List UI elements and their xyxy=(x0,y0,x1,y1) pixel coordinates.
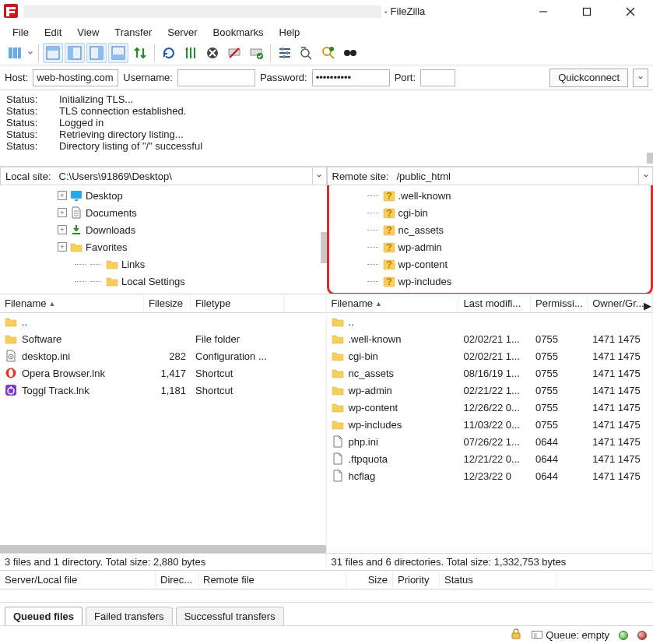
remote-site-input[interactable] xyxy=(393,167,638,185)
reconnect-button[interactable] xyxy=(246,43,266,63)
tab-failed-transfers[interactable]: Failed transfers xyxy=(86,607,173,625)
col-header[interactable]: Server/Local file xyxy=(0,571,156,589)
tree-item[interactable]: +Favorites xyxy=(6,238,324,255)
tree-item[interactable]: +Downloads xyxy=(6,221,324,238)
col-header[interactable]: Remote file xyxy=(198,571,346,589)
svg-rect-23 xyxy=(18,48,21,58)
cancel-button[interactable] xyxy=(202,43,223,63)
svg-rect-31 xyxy=(112,55,125,59)
col-header[interactable]: Last modifi... xyxy=(459,294,532,312)
col-header[interactable]: Size xyxy=(346,571,393,589)
close-button[interactable] xyxy=(613,2,648,21)
username-input[interactable] xyxy=(177,69,255,86)
list-item[interactable]: cgi-bin02/02/21 1...07551471 1475 xyxy=(327,347,653,364)
local-site-input[interactable] xyxy=(56,167,312,185)
tree-item[interactable]: Local Settings xyxy=(6,273,324,290)
remote-file-list[interactable]: Filename▲Last modifi...Permissi...Owner/… xyxy=(327,294,654,570)
list-item[interactable]: hcflag12/23/22 006441471 1475 xyxy=(327,467,653,484)
sync-browsing-button[interactable] xyxy=(130,43,150,63)
host-input[interactable] xyxy=(33,69,118,86)
password-input[interactable] xyxy=(312,69,390,86)
process-queue-button[interactable] xyxy=(181,43,201,63)
local-site-dropdown[interactable] xyxy=(312,167,326,185)
remote-status: 31 files and 6 directories. Total size: … xyxy=(327,553,653,570)
tree-item[interactable]: +Documents xyxy=(6,204,324,221)
remote-site-dropdown[interactable] xyxy=(638,167,652,185)
expander-icon[interactable]: + xyxy=(58,208,67,217)
list-item[interactable]: .well-known02/02/21 1...07551471 1475 xyxy=(327,330,653,347)
col-header[interactable]: Filetype xyxy=(191,294,284,312)
question-icon xyxy=(383,206,395,219)
remote-header-scroll-right[interactable]: ▶ xyxy=(643,297,652,313)
toggle-local-tree-button[interactable] xyxy=(65,43,85,63)
col-header[interactable]: Permissi... xyxy=(531,294,588,312)
expander-icon[interactable]: + xyxy=(58,191,67,200)
tree-item[interactable]: wp-includes xyxy=(333,273,651,290)
list-item[interactable]: Opera Browser.lnk1,417Shortcut xyxy=(0,364,326,382)
tree-item[interactable]: wp-admin xyxy=(333,238,651,255)
list-item[interactable]: SoftwareFile folder xyxy=(0,330,326,347)
menu-server[interactable]: Server xyxy=(161,25,203,40)
col-header[interactable]: Filesize xyxy=(144,294,191,312)
list-item[interactable]: Toggl Track.lnk1,181Shortcut xyxy=(0,382,326,399)
menu-transfer[interactable]: Transfer xyxy=(108,25,158,40)
tree-item[interactable]: nc_assets xyxy=(333,221,651,238)
list-item[interactable]: nc_assets08/16/19 1...07551471 1475 xyxy=(327,364,653,382)
tree-item[interactable]: +Desktop xyxy=(6,187,324,204)
filter-button[interactable] xyxy=(275,43,295,63)
list-item[interactable]: wp-includes11/03/22 0...07551471 1475 xyxy=(327,416,653,433)
site-manager-dropdown[interactable] xyxy=(26,50,34,56)
message-log[interactable]: Status:Initializing TLS...Status:TLS con… xyxy=(0,90,653,167)
expander-icon[interactable]: + xyxy=(58,225,67,234)
compare-button[interactable] xyxy=(297,43,317,63)
local-file-list[interactable]: Filename▲FilesizeFiletype ..SoftwareFile… xyxy=(0,294,327,570)
col-header[interactable]: Direc... xyxy=(156,571,198,589)
col-header[interactable]: Filename▲ xyxy=(327,294,459,312)
expander-icon[interactable]: + xyxy=(58,242,67,252)
tree-item[interactable]: wp-content xyxy=(333,255,651,273)
quickconnect-dropdown[interactable] xyxy=(633,69,648,87)
list-item[interactable]: .ftpquota12/21/22 0...06441471 1475 xyxy=(327,450,653,467)
col-header[interactable]: Priority xyxy=(393,571,440,589)
log-message: Logged in xyxy=(59,117,104,128)
download-icon xyxy=(70,223,83,236)
menu-file[interactable]: File xyxy=(6,25,35,40)
list-item[interactable]: desktop.ini282Configuration ... xyxy=(0,347,326,364)
tab-queued-files[interactable]: Queued files xyxy=(5,607,83,625)
refresh-button[interactable] xyxy=(159,43,179,63)
toggle-remote-tree-button[interactable] xyxy=(86,43,107,63)
question-icon xyxy=(383,223,395,236)
question-icon xyxy=(383,258,395,270)
menu-view[interactable]: View xyxy=(71,25,105,40)
search-button[interactable] xyxy=(318,43,339,63)
tab-successful-transfers[interactable]: Successful transfers xyxy=(176,607,284,625)
tree-item[interactable]: Links xyxy=(6,255,324,273)
svg-rect-22 xyxy=(13,48,17,58)
site-manager-button[interactable] xyxy=(5,43,25,63)
disconnect-button[interactable] xyxy=(224,43,244,63)
list-item[interactable]: .. xyxy=(0,313,326,330)
minimize-button[interactable] xyxy=(525,2,561,21)
menu-edit[interactable]: Edit xyxy=(38,25,68,40)
tree-item-label: wp-includes xyxy=(398,276,452,287)
log-label: Status: xyxy=(6,93,53,105)
menu-bookmarks[interactable]: Bookmarks xyxy=(207,25,270,40)
toggle-queue-button[interactable] xyxy=(108,43,128,63)
list-item[interactable]: php.ini07/26/22 1...06441471 1475 xyxy=(327,433,653,450)
find-button[interactable] xyxy=(340,43,360,63)
tree-item[interactable]: cgi-bin xyxy=(333,204,651,221)
toggle-log-button[interactable] xyxy=(43,43,63,63)
col-header[interactable]: Filename▲ xyxy=(0,294,144,312)
tree-item[interactable]: .well-known xyxy=(333,187,651,204)
remote-tree[interactable]: .well-knowncgi-binnc_assetswp-adminwp-co… xyxy=(327,185,654,294)
list-item[interactable]: wp-content12/26/22 0...07551471 1475 xyxy=(327,399,653,416)
col-header[interactable]: Status xyxy=(440,571,556,589)
list-item[interactable]: .. xyxy=(327,313,653,330)
quickconnect-button[interactable]: Quickconnect xyxy=(549,69,628,87)
svg-point-44 xyxy=(283,55,286,58)
menu-help[interactable]: Help xyxy=(273,25,307,40)
maximize-button[interactable] xyxy=(569,2,605,21)
list-item[interactable]: wp-admin02/21/22 1...07551471 1475 xyxy=(327,382,653,399)
local-tree[interactable]: +Desktop+Documents+Downloads+FavoritesLi… xyxy=(0,185,327,294)
port-input[interactable] xyxy=(420,69,455,86)
